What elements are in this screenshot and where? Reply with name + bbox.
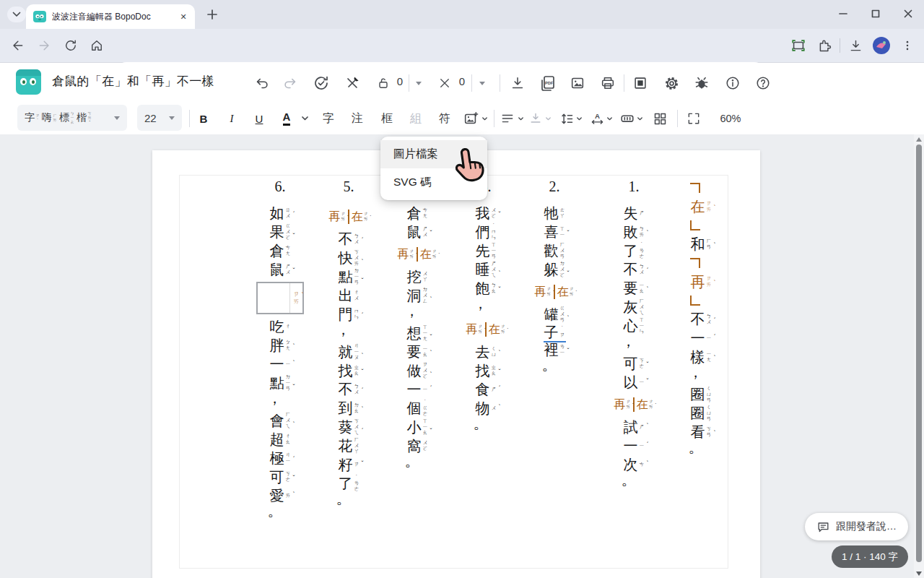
circle-check-tool-button[interactable] [310,73,332,93]
export-pdf-button[interactable]: PDF [536,73,558,93]
char-cell[interactable]: 敗ㄅㄞˋ [623,223,645,241]
reload-button[interactable] [59,34,82,57]
frame-tool-button[interactable]: 框 [375,108,398,129]
scrollbar-thumb[interactable] [916,144,922,562]
char-cell[interactable]: 想ㄒㄧㄤˇ [406,324,429,342]
char-cell[interactable]: ， [475,298,497,316]
char-cell[interactable]: 倉ㄘㄤ [269,241,292,260]
help-button[interactable] [752,73,774,93]
char-cell[interactable]: 找ㄓㄠˇ [338,361,360,380]
char-cell[interactable]: 鼠ㄕㄨˇ [269,260,292,279]
tab-close-icon[interactable]: ✕ [178,11,189,22]
char-cell[interactable]: 去ㄑㄩˋ [475,342,497,361]
char-cell[interactable]: 就ㄐㄧㄡˋ [338,342,360,361]
fullscreen-button[interactable] [684,108,704,129]
vertical-align-dropdown[interactable] [544,108,552,129]
char-cell[interactable]: 個˙ㄍㄜ [406,399,429,418]
char-cell[interactable]: 和ㄏㄢˋ [690,235,712,254]
zai-choice[interactable]: 再ㄗㄞˋ在ㄗㄞˋ [328,206,369,228]
ruby-position-dropdown[interactable] [636,108,643,129]
screenshot-extension-button[interactable] [788,35,809,56]
char-cell[interactable]: 如ㄖㄨˊ [269,204,292,223]
focus-mode-button[interactable] [629,73,651,93]
doc-column-4[interactable]: 4.倉ㄘㄤ鼠ㄕㄨˇ再ㄗㄞˋ在ㄗㄞˋ挖ㄨㄚ洞ㄉㄨㄥˋ，想ㄒㄧㄤˇ要ㄧㄠˋ做ㄗㄨㄛˋ… [392,178,443,474]
char-cell[interactable]: 試ㄕˋ [623,418,645,436]
char-cell[interactable]: 快ㄎㄨㄞˋ [338,249,360,267]
char-cell[interactable]: 不ㄅㄨˊ [690,310,712,329]
bug-report-button[interactable] [691,73,712,93]
char-cell[interactable]: 。 [338,493,360,512]
char-cell[interactable]: 不ㄅㄨˊ [338,230,360,249]
font-family-select[interactable]: 字ㄗˋ嗨ㄏㄞ標ㄅㄧㄠ楷ㄎㄞˇ [17,105,127,131]
export-image-button[interactable] [567,73,588,93]
redo-button[interactable] [279,73,301,93]
align-button[interactable] [498,108,517,129]
char-cell[interactable]: 要ㄧㄠˋ [406,342,429,361]
char-cell[interactable]: 花ㄏㄨㄚ [338,436,360,455]
char-cell[interactable]: 喜ㄒㄧˇ [544,223,566,241]
lock-count-button[interactable] [372,73,394,93]
char-cell[interactable]: 以ㄧˇ [623,373,645,392]
line-spacing-button[interactable] [557,108,576,129]
line-spacing-dropdown[interactable] [575,108,583,129]
char-cell[interactable]: 吃ㄔ [269,317,292,336]
char-cell[interactable]: 鼠ㄕㄨˇ [406,223,429,241]
profile-avatar[interactable] [871,35,892,56]
zai-choice[interactable]: 再ㄗㄞˋ在ㄗㄞˋ [614,394,654,415]
text-color-button[interactable]: A [277,108,296,129]
char-cell[interactable]: 一ㄧˊ [623,436,645,455]
char-cell[interactable]: 不ㄅㄨˊ [338,380,360,399]
zai-choice[interactable]: 再ㄗㄞˋ在ㄗㄞˋ [397,243,437,265]
cross-dropdown-button[interactable] [476,73,488,93]
ruby-position-button[interactable] [618,108,637,129]
answer-blank-box[interactable]: ㄗㄞˋ [256,282,304,314]
align-dropdown[interactable] [517,108,524,129]
char-cell[interactable]: 點ㄉㄧㄢˇ [338,267,360,286]
char-cell[interactable]: 一ㄧˊ [406,380,429,399]
symbol-tool-button[interactable]: 符 [433,108,456,129]
browser-menu-button[interactable] [897,35,918,56]
layout-grid-button[interactable] [650,108,670,129]
char-cell[interactable]: 圈ㄑㄩㄢ [690,404,712,423]
extensions-button[interactable] [814,35,835,56]
zai-choice[interactable]: 再ㄗㄞˋ在ㄗㄞˋ [534,281,575,303]
doc-column-3[interactable]: 3.我ㄨㄛˇ們˙ㄇㄣ先ㄒㄧㄢ睡ㄕㄨㄟˋ飽ㄅㄠˇ，再ㄗㄞˋ在ㄗㄞˋ去ㄑㄩˋ找ㄓㄠˇ… [461,178,511,436]
char-cell[interactable]: 。 [406,455,429,474]
download-doc-button[interactable] [507,73,528,93]
doc-column-title[interactable]: 在ㄗㄞˋ和ㄏㄢˋ再ㄗㄞˋ不ㄅㄨˊ一ㄧˊ樣ㄧㄤˋ，圈ㄑㄩㄢ圈ㄑㄩㄢ看ㄎㄢˋ。 [676,178,726,460]
feedback-button[interactable]: 跟開發者說… [805,513,908,540]
char-cell[interactable]: ， [690,366,712,385]
char-cell[interactable]: 一ㄧˊ [690,329,712,348]
cross-mark-tool-button[interactable] [341,73,363,93]
insert-image-dropdown[interactable] [481,108,488,129]
italic-button[interactable]: I [221,108,243,129]
lock-dropdown-button[interactable] [413,73,424,93]
char-cell[interactable]: 先ㄒㄧㄢ [475,241,497,260]
underline-button[interactable]: U [248,108,270,129]
char-cell[interactable]: 。 [690,441,712,460]
char-cell[interactable]: 做ㄗㄨㄛˋ [406,361,429,380]
document-page[interactable]: 在ㄗㄞˋ和ㄏㄢˋ再ㄗㄞˋ不ㄅㄨˊ一ㄧˊ樣ㄧㄤˋ，圈ㄑㄩㄢ圈ㄑㄩㄢ看ㄎㄢˋ。1.失… [152,150,760,578]
char-cell[interactable]: 我ㄨㄛˇ [475,204,497,223]
char-cell[interactable]: 葵ㄎㄨㄟˊ [338,418,360,436]
char-cell[interactable]: 圈ㄑㄩㄢ [690,385,712,404]
char-cell[interactable]: 睡ㄕㄨㄟˋ [475,260,497,279]
letter-spacing-dropdown[interactable] [606,108,613,129]
doc-column-5[interactable]: 5.再ㄗㄞˋ在ㄗㄞˋ不ㄅㄨˊ快ㄎㄨㄞˋ點ㄉㄧㄢˇ出ㄔㄨ門ㄇㄣˊ，就ㄐㄧㄡˋ找ㄓㄠ… [323,178,374,512]
doc-column-2[interactable]: 2.牠ㄊㄚ喜ㄒㄧˇ歡ㄏㄨㄢ躲ㄉㄨㄛˇ再ㄗㄞˋ在ㄗㄞˋ罐ㄍㄨㄢˋ子˙ㄗ裡ㄌㄧˇ。 [529,178,580,378]
char-cell[interactable]: 灰ㄏㄨㄟ [623,298,645,316]
document-title[interactable]: 倉鼠的「在」和「再」不一樣 [52,73,214,90]
char-cell[interactable]: 胖ㄆㄤˋ [269,336,292,355]
char-cell[interactable]: ， [338,324,360,342]
char-cell[interactable]: ， [269,392,292,411]
scrollbar[interactable] [914,134,924,578]
zhuyin-tool-button[interactable]: 注 [346,108,369,129]
char-cell[interactable]: 出ㄔㄨ [338,286,360,305]
char-cell[interactable]: 歡ㄏㄨㄢ [544,241,566,260]
print-button[interactable] [597,73,619,93]
undo-button[interactable] [251,73,273,93]
char-cell[interactable]: 失ㄕ [623,204,645,223]
char-cell[interactable]: 超ㄔㄠ [269,430,292,449]
doc-column-1[interactable]: 1.失ㄕ敗ㄅㄞˋ了˙ㄌㄜ不ㄅㄨˊ要ㄧㄠˋ灰ㄏㄨㄟ心ㄒㄧㄣ，可ㄎㄜˇ以ㄧˇ再ㄗㄞˋ… [609,178,659,493]
char-cell[interactable]: 。 [269,505,292,524]
